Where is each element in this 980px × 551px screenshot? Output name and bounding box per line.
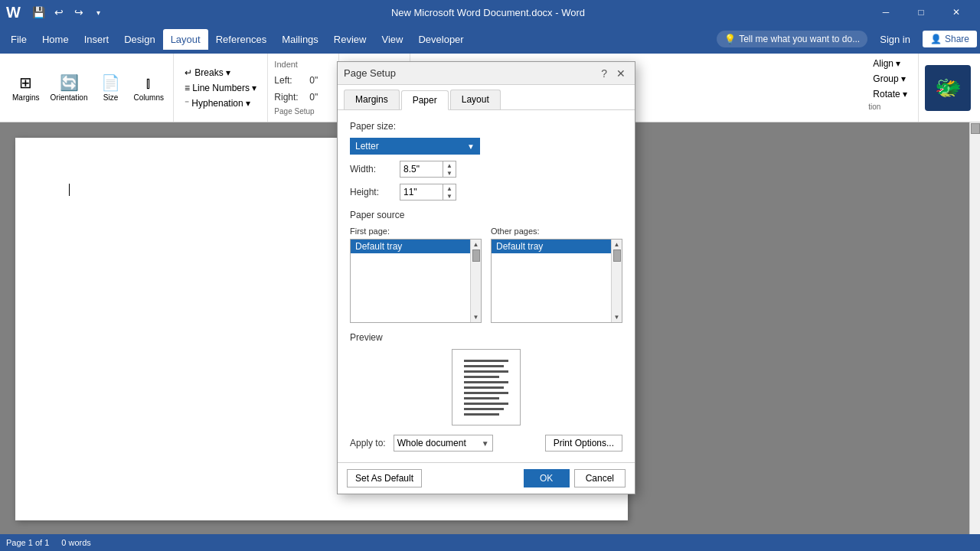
paper-size-select[interactable]: Letter ▼ (350, 138, 480, 155)
width-arrows: ▲ ▼ (443, 161, 456, 177)
page-setup-dialog: Page Setup ? ✕ Margins Paper Layout Pape… (337, 61, 635, 494)
height-up-arrow[interactable]: ▲ (443, 184, 456, 192)
other-pages-label: Other pages: (491, 227, 622, 236)
preview-line-11 (464, 413, 499, 416)
width-up-arrow[interactable]: ▲ (443, 161, 456, 169)
apply-to-select[interactable]: Whole document ▼ (394, 435, 493, 452)
first-page-label: First page: (350, 227, 482, 236)
first-page-scroll-thumb (472, 249, 480, 262)
width-input[interactable] (400, 161, 443, 177)
first-page-scroll-up[interactable]: ▲ (473, 241, 479, 248)
footer-left: Set As Default (347, 469, 422, 487)
preview-line-9 (464, 403, 508, 405)
apply-to-label: Apply to: (350, 438, 386, 448)
source-row: First page: Default tray ▲ ▼ Oth (350, 227, 622, 323)
preview-lines (459, 354, 513, 422)
first-page-list: Default tray (351, 240, 470, 322)
preview-section: Preview (350, 332, 622, 425)
other-pages-scrollbar[interactable]: ▲ ▼ (611, 240, 622, 322)
apply-to-row: Apply to: Whole document ▼ Print Options… (350, 435, 622, 452)
preview-line-6 (464, 386, 504, 389)
other-pages-scroll-up[interactable]: ▲ (614, 241, 620, 248)
preview-line-2 (464, 365, 504, 367)
paper-source-label: Paper source (350, 210, 622, 220)
preview-line-1 (464, 360, 508, 362)
tab-margins[interactable]: Margins (344, 90, 400, 109)
first-page-scroll-down[interactable]: ▼ (473, 314, 479, 321)
paper-size-section: Paper size: Letter ▼ Width: ▲ ▼ Heig (350, 121, 622, 201)
other-pages-col: Other pages: Default tray ▲ ▼ (491, 227, 622, 323)
dialog-controls: ? ✕ (598, 66, 629, 81)
other-pages-listbox[interactable]: Default tray ▲ ▼ (491, 239, 622, 323)
preview-line-7 (464, 392, 508, 394)
dialog-footer: Set As Default OK Cancel (338, 462, 635, 494)
first-page-col: First page: Default tray ▲ ▼ (350, 227, 482, 323)
preview-line-3 (464, 370, 508, 373)
other-pages-default[interactable]: Default tray (492, 240, 611, 253)
other-pages-list: Default tray (492, 240, 611, 322)
set-default-button[interactable]: Set As Default (347, 469, 422, 487)
width-label: Width: (350, 164, 392, 174)
height-row: Height: ▲ ▼ (350, 184, 622, 201)
preview-line-10 (464, 408, 504, 410)
dialog-help-button[interactable]: ? (598, 66, 610, 81)
ok-button[interactable]: OK (524, 469, 570, 487)
first-page-default[interactable]: Default tray (351, 240, 470, 253)
height-input[interactable] (400, 184, 443, 200)
preview-line-8 (464, 397, 499, 399)
dialog-close-button[interactable]: ✕ (613, 66, 629, 81)
height-arrows: ▲ ▼ (443, 184, 456, 200)
dialog-body: Paper size: Letter ▼ Width: ▲ ▼ Heig (338, 110, 635, 462)
preview-label: Preview (350, 332, 622, 343)
dialog-title: Page Setup (344, 67, 396, 79)
dialog-tabs: Margins Paper Layout (338, 85, 635, 110)
preview-line-5 (464, 381, 508, 383)
apply-to-value: Whole document (397, 438, 479, 448)
width-row: Width: ▲ ▼ (350, 161, 622, 178)
width-down-arrow[interactable]: ▼ (443, 169, 456, 177)
first-page-scrollbar[interactable]: ▲ ▼ (470, 240, 481, 322)
footer-right: OK Cancel (524, 469, 626, 487)
height-down-arrow[interactable]: ▼ (443, 192, 456, 200)
apply-to-arrow-icon: ▼ (482, 439, 489, 448)
width-spinner[interactable]: ▲ ▼ (400, 161, 456, 178)
other-pages-scroll-thumb (613, 249, 621, 262)
paper-size-arrow-icon: ▼ (467, 142, 475, 151)
print-options-button[interactable]: Print Options... (545, 435, 622, 452)
paper-size-label: Paper size: (350, 121, 622, 132)
paper-size-value: Letter (355, 141, 379, 152)
cancel-button[interactable]: Cancel (574, 469, 626, 487)
preview-line-4 (464, 376, 499, 378)
height-spinner[interactable]: ▲ ▼ (400, 184, 456, 201)
tab-layout[interactable]: Layout (450, 90, 501, 109)
paper-source-section: Paper source First page: Default tray ▲ … (350, 210, 622, 323)
height-label: Height: (350, 187, 392, 197)
dialog-titlebar: Page Setup ? ✕ (338, 62, 635, 85)
tab-paper[interactable]: Paper (401, 90, 449, 110)
other-pages-scroll-down[interactable]: ▼ (614, 314, 620, 321)
first-page-listbox[interactable]: Default tray ▲ ▼ (350, 239, 482, 323)
preview-box (452, 349, 521, 425)
